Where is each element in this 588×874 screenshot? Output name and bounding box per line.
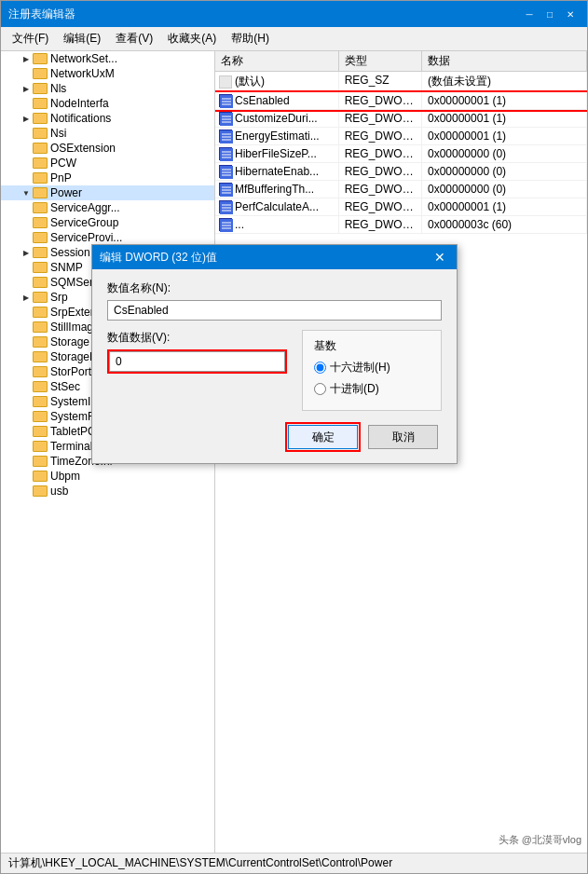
dialog-title-bar: 编辑 DWORD (32 位)值 ✕ xyxy=(92,245,457,269)
data-label: 数值数据(V): xyxy=(107,330,287,346)
dword-dialog: 编辑 DWORD (32 位)值 ✕ 数值名称(N): 数值数据(V): 基数 … xyxy=(91,244,458,464)
dialog-overlay: 编辑 DWORD (32 位)值 ✕ 数值名称(N): 数值数据(V): 基数 … xyxy=(0,0,588,874)
base-title: 基数 xyxy=(314,338,430,354)
dialog-close-button[interactable]: ✕ xyxy=(431,248,449,266)
name-input[interactable] xyxy=(107,300,442,321)
ok-button-wrapper: 确定 xyxy=(285,422,361,452)
cancel-button[interactable]: 取消 xyxy=(368,425,438,449)
value-section: 数值数据(V): xyxy=(107,330,287,374)
dialog-title-text: 编辑 DWORD (32 位)值 xyxy=(100,250,217,266)
dialog-row: 数值数据(V): 基数 十六进制(H) 十进制(D) xyxy=(107,330,442,411)
value-input-wrapper xyxy=(107,349,287,374)
hex-label: 十六进制(H) xyxy=(330,360,390,376)
dec-label: 十进制(D) xyxy=(330,381,379,397)
dec-radio-row: 十进制(D) xyxy=(314,381,430,397)
hex-radio-row: 十六进制(H) xyxy=(314,360,430,376)
name-label: 数值名称(N): xyxy=(107,280,442,296)
dialog-buttons: 确定 取消 xyxy=(107,422,442,452)
dialog-body: 数值名称(N): 数值数据(V): 基数 十六进制(H) xyxy=(92,269,457,463)
hex-radio[interactable] xyxy=(314,362,326,374)
ok-button[interactable]: 确定 xyxy=(288,425,358,449)
base-section: 基数 十六进制(H) 十进制(D) xyxy=(302,330,442,411)
dec-radio[interactable] xyxy=(314,383,326,395)
value-input[interactable] xyxy=(109,351,285,372)
